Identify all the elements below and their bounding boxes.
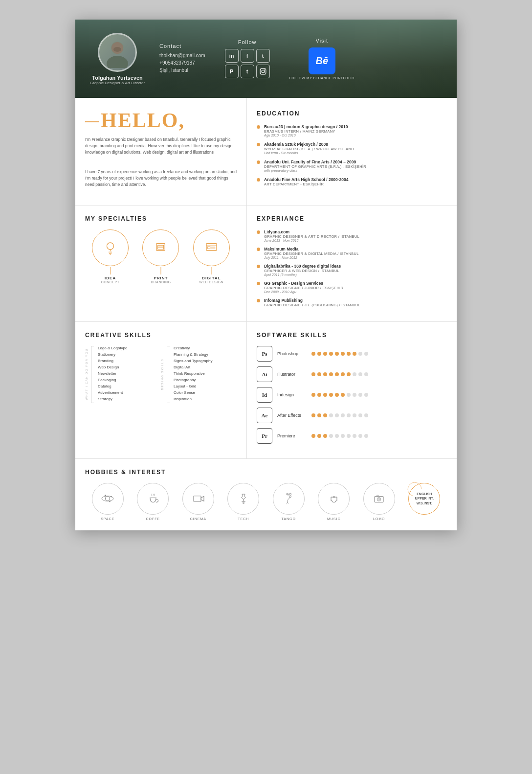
svg-point-6 (264, 69, 265, 70)
exp-item-4: GG Graphic - Design Services GRAPHIC DES… (257, 281, 447, 294)
sw-dot (353, 413, 356, 417)
sw-dots (311, 413, 368, 417)
sw-dot (311, 393, 315, 397)
hello-text-title: HELLO, (101, 110, 185, 131)
edu-sub: DEPARTMENT OF GRAPHIC ARTS (B.F.A.) - ES… (264, 164, 366, 169)
sw-dot (335, 413, 339, 417)
education-list: Bureau23 | motion & graphic design / 201… (257, 124, 447, 186)
exp-sub: GRAPHICER & WEB DESIGN / ISTANBUL (264, 269, 341, 273)
instagram-icon[interactable] (256, 65, 270, 78)
exp-dot (257, 230, 260, 234)
hobby-label: TECH (238, 517, 249, 521)
behance-cta: FOLLOW MY BEHANCE PORTFOLIO (289, 76, 355, 80)
sw-dot (329, 413, 333, 417)
exp-dot (257, 248, 260, 251)
edu-dot (257, 160, 260, 164)
contact-phone: +905432379187 (159, 60, 205, 66)
exp-dot (257, 265, 260, 268)
skills-row: CREATIVE SKILLS WHAT I CAN DO FOR YOU Lo… (75, 322, 457, 459)
creative-skills-title: CREATIVE SKILLS (85, 332, 237, 339)
exp-item-5: Infomag Publishing GRAPHIC DESIGNER JR. … (257, 298, 447, 307)
contact-label: Contact (159, 43, 205, 49)
twitter-icon[interactable]: t (256, 49, 270, 63)
sw-dot (335, 372, 339, 376)
hobby-cinema: CINEMA (182, 483, 214, 521)
sw-dot (347, 434, 351, 438)
sw-name: Photoshop (277, 351, 311, 356)
sw-dot (329, 372, 333, 376)
edu-item-2: Akademia Sztuk Pięknych / 2008 WYDZIAŁ G… (257, 142, 447, 155)
svg-marker-29 (201, 497, 204, 501)
sw-dot (353, 352, 356, 356)
exp-sub: GRAPHIC DESIGNER & ART DIRECTOR / ISTANB… (264, 234, 359, 239)
sw-dot (311, 352, 315, 356)
skill-item: Branding (98, 359, 161, 363)
svg-rect-28 (194, 496, 201, 501)
english-arc (407, 482, 422, 497)
tumblr-icon[interactable]: t (241, 65, 254, 78)
sw-dot (353, 434, 356, 438)
software-skills-section: SOFTWARE SKILLS Ps Photoshop (247, 322, 457, 458)
specialty-label: DIGITAL (202, 276, 221, 280)
hobby-circle (227, 483, 259, 515)
hello-para1: I'm Freelance Graphic Designer based on … (85, 137, 237, 155)
contact-email: tholkhan@gmail.com (159, 53, 205, 58)
sw-dot (341, 372, 345, 376)
edu-item-1: Bureau23 | motion & graphic design / 201… (257, 124, 447, 137)
edu-sub: WYDZIAŁ GRAFIKI (B.F.A.) / WROCLAW POLAN… (264, 147, 354, 151)
specialties-title: MY SPECIALTIES (85, 215, 237, 222)
behance-icon[interactable]: Bē (309, 47, 335, 74)
resume-wrapper: Tolgahan Yurtseven Graphic Designer & Ar… (75, 20, 457, 530)
hobby-circle (137, 483, 169, 515)
facebook-icon[interactable]: f (241, 49, 254, 63)
edu-dot (257, 125, 260, 129)
svg-point-41 (378, 499, 380, 501)
specialty-print: PRINT BRANDING (142, 229, 179, 284)
education-title: EDUCATION (257, 110, 447, 117)
exp-sub: GRAPHIC DESIGNER & DIGITAL MEDIA / ISTAN… (264, 251, 359, 256)
hobby-music: MUSIC (318, 483, 350, 521)
sw-dot (317, 352, 321, 356)
sw-dot (347, 352, 351, 356)
pinterest-icon[interactable]: P (225, 65, 239, 78)
person-name: Tolgahan Yurtseven (92, 75, 143, 81)
svg-point-40 (377, 498, 381, 501)
skill-item: Advertisement (98, 390, 161, 395)
contact-location: Şişli, Istanbul (159, 68, 205, 73)
exp-item-3: Digitalfabrika - 360 degree digital idea… (257, 264, 447, 276)
svg-rect-4 (260, 68, 266, 74)
skill-item: Web Design (98, 365, 161, 369)
edu-main: Anadolu Fine Arts High School / 2000-200… (264, 177, 349, 182)
skill-item: Inspiration (174, 397, 237, 401)
sw-dot (364, 393, 368, 397)
sw-dot (317, 393, 321, 397)
sw-dot (347, 393, 351, 397)
svg-point-24 (105, 495, 106, 496)
follow-label: Follow (225, 39, 270, 45)
sw-dots (311, 372, 368, 376)
svg-point-43 (408, 482, 421, 496)
exp-sub: GRAPHIC DESIGNER JUNIOR / ESKİŞEHİR (264, 286, 343, 290)
visit-section: Visit Bē FOLLOW MY BEHANCE PORTFOLIO (289, 38, 355, 80)
specialties-section: MY SPECIALTIES IDEA CONCEPT (75, 205, 247, 321)
sw-name: Indesign (277, 392, 311, 397)
skills-bracket-left (91, 346, 94, 403)
exp-date: June 2013 - Now 2015 (264, 239, 359, 242)
linkedin-icon[interactable]: in (225, 49, 239, 63)
skill-item: Logo & Logotype (98, 346, 161, 350)
skill-item: Packaging (98, 378, 161, 382)
skill-item: Strategy (98, 397, 161, 401)
sw-dot (323, 413, 327, 417)
sw-dot (335, 393, 339, 397)
follow-section: Follow in f t P t (225, 39, 270, 78)
exp-content: Infomag Publishing GRAPHIC DESIGNER JR. … (264, 298, 360, 307)
sw-dot (329, 434, 333, 438)
specialty-sublabel: CONCEPT (101, 280, 120, 284)
sw-dot (311, 413, 315, 417)
sw-dot (317, 372, 321, 376)
skills-label-desing: DESING SKILLS (161, 359, 164, 390)
edu-main: Bureau23 | motion & graphic design / 201… (264, 124, 348, 129)
hobby-circle (92, 483, 124, 515)
hobby-label: TANGO (282, 517, 296, 521)
hello-para2: I have 7 years of experience working as … (85, 169, 237, 187)
